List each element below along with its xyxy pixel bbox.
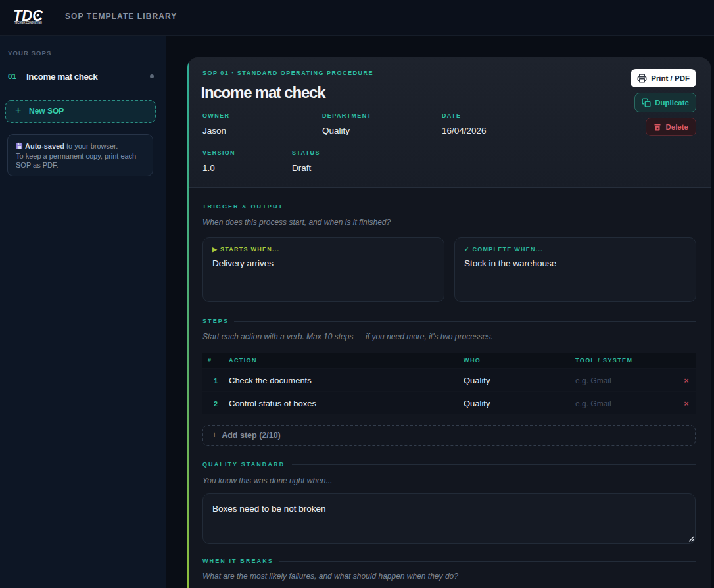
svg-text:TECHNIK CONSULTING: TECHNIK CONSULTING — [14, 21, 42, 24]
